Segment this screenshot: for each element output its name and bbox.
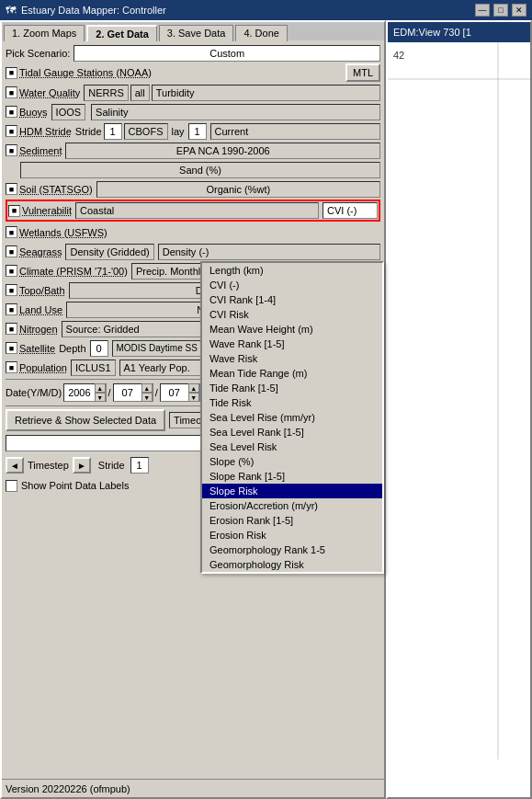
sediment-checkbox[interactable]: ■ bbox=[6, 144, 17, 156]
dropdown-item-cvi[interactable]: CVI (-) bbox=[202, 278, 382, 292]
dropdown-item-tide-risk[interactable]: Tide Risk bbox=[202, 395, 382, 410]
dropdown-item-sea-level-risk[interactable]: Sea Level Risk bbox=[202, 439, 382, 454]
hdm-lay-value[interactable]: 1 bbox=[188, 123, 207, 140]
day-field[interactable]: 07 ▲ ▼ bbox=[160, 383, 200, 402]
year-field[interactable]: 2006 ▲ ▼ bbox=[63, 383, 106, 402]
retrieve-button[interactable]: Retrieve & Show Selected Data bbox=[6, 409, 165, 431]
population-tag[interactable]: ICLUS1 bbox=[71, 360, 116, 376]
seagrass-value[interactable]: Density (-) bbox=[158, 244, 380, 260]
dropdown-item-slope[interactable]: Slope (%) bbox=[202, 454, 382, 469]
mtl-button[interactable]: MTL bbox=[345, 63, 380, 82]
tab-get-data[interactable]: 2. Get Data bbox=[86, 25, 156, 41]
satellite-depth-value[interactable]: 0 bbox=[90, 340, 108, 357]
month-down[interactable]: ▼ bbox=[141, 393, 153, 402]
land-use-checkbox[interactable]: ■ bbox=[6, 303, 17, 315]
dropdown-item-length[interactable]: Length (km) bbox=[202, 263, 382, 278]
pick-scenario-value[interactable]: Custom bbox=[74, 45, 380, 62]
tab-zoom-maps[interactable]: 1. Zoom Maps bbox=[4, 25, 85, 41]
dropdown-item-cvi-risk[interactable]: CVI Risk bbox=[202, 307, 382, 322]
edm-title-bar: EDM:View 730 [1 bbox=[388, 22, 530, 42]
satellite-checkbox[interactable]: ■ bbox=[6, 342, 17, 354]
day-spinner[interactable]: ▲ ▼ bbox=[188, 383, 199, 402]
dropdown-item-mean-tide[interactable]: Mean Tide Range (m) bbox=[202, 366, 382, 381]
tab-done[interactable]: 4. Done bbox=[235, 25, 288, 41]
edm-map bbox=[388, 42, 532, 759]
tab-save-data[interactable]: 3. Save Data bbox=[159, 25, 234, 41]
dropdown-item-erosion-rank[interactable]: Erosion Rank [1-5] bbox=[202, 513, 382, 528]
timestep-prev-button[interactable]: ◄ bbox=[6, 457, 24, 474]
maximize-button[interactable]: □ bbox=[493, 4, 508, 17]
soil-label: Soil (STATSGO) bbox=[19, 184, 93, 195]
sediment-value[interactable]: EPA NCA 1990-2006 bbox=[65, 143, 380, 159]
seagrass-checkbox[interactable]: ■ bbox=[6, 245, 17, 257]
wetlands-checkbox[interactable]: ■ bbox=[6, 226, 17, 238]
year-up[interactable]: ▲ bbox=[95, 383, 106, 393]
title-bar: 🗺 Estuary Data Mapper: Controller — □ ✕ bbox=[0, 0, 532, 20]
vulnerability-tag[interactable]: Coastal bbox=[75, 202, 319, 219]
water-quality-tag1[interactable]: NERRS bbox=[84, 85, 129, 101]
topo-checkbox[interactable]: ■ bbox=[6, 284, 17, 296]
water-quality-label: Water Quality bbox=[19, 87, 80, 98]
water-quality-tag2[interactable]: all bbox=[130, 85, 150, 101]
buoys-label: Buoys bbox=[19, 107, 48, 118]
sediment-sub-row: Sand (%) bbox=[6, 161, 380, 178]
vulnerability-label: Vulnerabilit bbox=[22, 205, 72, 216]
vulnerability-checkbox[interactable]: ■ bbox=[8, 205, 20, 217]
water-quality-value[interactable]: Turbidity bbox=[152, 85, 380, 101]
hdm-cbofs[interactable]: CBOFS bbox=[124, 123, 168, 140]
dropdown-item-erosion-accretion[interactable]: Erosion/Accretion (m/yr) bbox=[202, 498, 382, 513]
main-container: 1. Zoom Maps 2. Get Data 3. Save Data 4.… bbox=[0, 20, 532, 799]
climate-label: Climate (PRISM '71-'00) bbox=[19, 266, 128, 277]
dropdown-item-tide-rank[interactable]: Tide Rank [1-5] bbox=[202, 381, 382, 395]
buoys-tag[interactable]: IOOS bbox=[51, 104, 86, 120]
nitrogen-checkbox[interactable]: ■ bbox=[6, 323, 17, 335]
water-quality-checkbox[interactable]: ■ bbox=[6, 86, 17, 98]
timestep-next-button[interactable]: ► bbox=[73, 457, 91, 474]
day-down[interactable]: ▼ bbox=[188, 393, 199, 402]
population-checkbox[interactable]: ■ bbox=[6, 361, 17, 373]
soil-value[interactable]: Organic (%wt) bbox=[96, 181, 380, 198]
dropdown-item-geomorphology-rank[interactable]: Geomorphology Rank 1-5 bbox=[202, 542, 382, 557]
dropdown-item-slope-risk[interactable]: Slope Risk bbox=[202, 484, 382, 498]
seagrass-tag[interactable]: Density (Gridded) bbox=[65, 244, 153, 260]
dropdown-item-sea-level-rank[interactable]: Sea Level Rank [1-5] bbox=[202, 425, 382, 439]
satellite-label: Satellite bbox=[19, 343, 55, 354]
tidal-gauge-row: ■ Tidal Gauge Stations (NOAA) MTL bbox=[6, 63, 380, 82]
tab-bar: 1. Zoom Maps 2. Get Data 3. Save Data 4.… bbox=[2, 22, 384, 40]
soil-checkbox[interactable]: ■ bbox=[6, 183, 17, 195]
dropdown-item-cvi-rank[interactable]: CVI Rank [1-4] bbox=[202, 292, 382, 307]
buoys-value[interactable]: Salinity bbox=[91, 104, 380, 120]
year-down[interactable]: ▼ bbox=[95, 393, 106, 402]
show-point-checkbox[interactable] bbox=[6, 480, 17, 492]
dropdown-menu: Length (km) CVI (-) CVI Rank [1-4] CVI R… bbox=[200, 261, 384, 574]
wetlands-row: ■ Wetlands (USFWS) bbox=[6, 223, 380, 241]
dropdown-item-sea-level-rise[interactable]: Sea Level Rise (mm/yr) bbox=[202, 410, 382, 425]
climate-checkbox[interactable]: ■ bbox=[6, 265, 17, 277]
dropdown-item-wave-rank[interactable]: Wave Rank [1-5] bbox=[202, 337, 382, 351]
hdm-stride-value[interactable]: 1 bbox=[104, 123, 122, 140]
app-title: Estuary Data Mapper: Controller bbox=[21, 5, 166, 16]
dropdown-item-slope-rank[interactable]: Slope Rank [1-5] bbox=[202, 469, 382, 484]
year-spinner[interactable]: ▲ ▼ bbox=[95, 383, 106, 402]
buoys-checkbox[interactable]: ■ bbox=[6, 106, 17, 118]
version-text: Version 20220226 (ofmpub) bbox=[6, 783, 130, 794]
dropdown-item-wave-risk[interactable]: Wave Risk bbox=[202, 351, 382, 366]
hdm-current[interactable]: Current bbox=[210, 123, 380, 140]
month-spinner[interactable]: ▲ ▼ bbox=[141, 383, 153, 402]
close-button[interactable]: ✕ bbox=[512, 4, 526, 17]
minimize-button[interactable]: — bbox=[475, 4, 490, 17]
hdm-stride-label: Stride bbox=[75, 126, 102, 137]
dropdown-item-mean-wave[interactable]: Mean Wave Height (m) bbox=[202, 322, 382, 337]
left-panel: 1. Zoom Maps 2. Get Data 3. Save Data 4.… bbox=[0, 20, 386, 799]
tidal-gauge-checkbox[interactable]: ■ bbox=[6, 67, 17, 79]
vulnerability-value[interactable]: CVI (-) bbox=[323, 202, 378, 219]
hdm-row: ■ HDM Stride Stride 1 CBOFS lay 1 Curren… bbox=[6, 122, 380, 140]
hdm-checkbox[interactable]: ■ bbox=[6, 125, 17, 137]
dropdown-item-erosion-risk[interactable]: Erosion Risk bbox=[202, 528, 382, 542]
stride-value[interactable]: 1 bbox=[130, 457, 149, 474]
day-up[interactable]: ▲ bbox=[188, 383, 199, 393]
month-field[interactable]: 07 ▲ ▼ bbox=[113, 383, 153, 402]
dropdown-item-geomorphology-risk[interactable]: Geomorphology Risk bbox=[202, 557, 382, 572]
sediment-sub-value[interactable]: Sand (%) bbox=[20, 162, 380, 178]
month-up[interactable]: ▲ bbox=[141, 383, 153, 393]
